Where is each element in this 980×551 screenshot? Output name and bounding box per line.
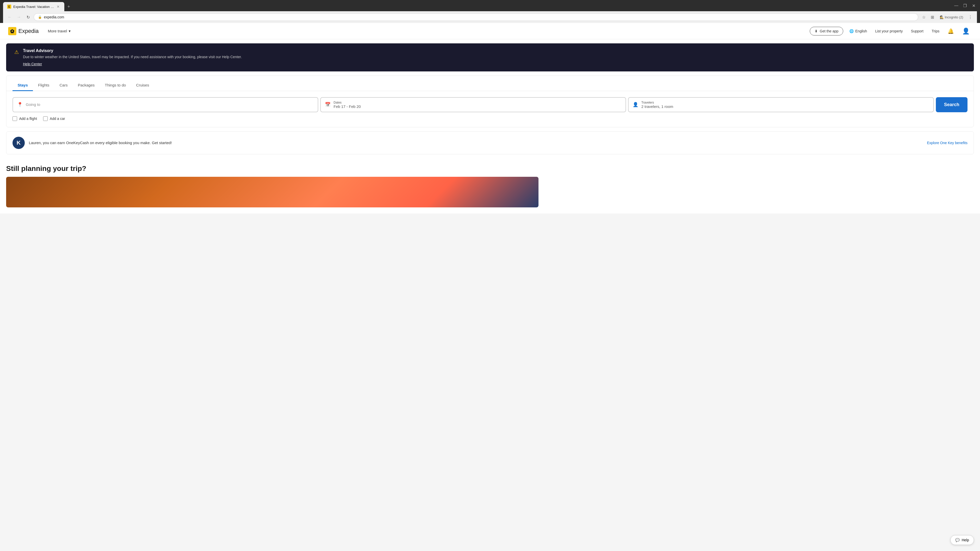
person-icon: 👤 [633,102,638,107]
tab-cars[interactable]: Cars [54,80,73,91]
user-account-button[interactable]: 👤 [960,25,972,37]
search-options: Add a flight Add a car [13,116,967,121]
search-button-label: Search [944,102,959,107]
add-car-option[interactable]: Add a car [43,116,65,121]
page-content: Expedia More travel ▾ ⬇ Get the app 🌐 En… [0,23,980,213]
travelers-value: 2 travelers, 1 room [641,104,673,109]
search-button[interactable]: Search [936,97,967,112]
get-app-label: Get the app [820,29,838,33]
bell-icon: 🔔 [948,28,954,34]
tab-things-to-do[interactable]: Things to do [100,80,131,91]
globe-icon: 🌐 [850,29,854,33]
planning-card[interactable] [6,177,538,207]
logo-text: Expedia [18,28,39,35]
calendar-icon: 📅 [325,102,331,107]
advisory-banner: ⚠ Travel Advisory Due to winter weather … [6,43,974,71]
going-to-input[interactable] [26,102,74,106]
planning-section: Still planning your trip? [0,159,980,213]
tab-close-icon[interactable]: ✕ [56,4,60,9]
site-header: Expedia More travel ▾ ⬇ Get the app 🌐 En… [0,23,980,39]
add-flight-option[interactable]: Add a flight [13,116,37,121]
more-travel-button[interactable]: More travel ▾ [45,27,74,35]
tab-title: Expedia Travel: Vacation Home... [13,5,54,9]
tab-packages[interactable]: Packages [73,80,100,91]
tab-bar: E Expedia Travel: Vacation Home... ✕ + —… [3,2,977,11]
tab-flights-label: Flights [38,83,49,87]
onekey-avatar: K [13,137,25,149]
browser-tab-active[interactable]: E Expedia Travel: Vacation Home... ✕ [3,2,64,11]
advisory-content: Travel Advisory Due to winter weather in… [23,48,242,66]
tab-things-to-do-label: Things to do [105,83,126,87]
more-travel-label: More travel [48,29,67,33]
tab-favicon: E [7,5,11,9]
window-controls: — ❐ ✕ [953,2,977,11]
close-window-button[interactable]: ✕ [970,2,977,9]
support-label: Support [911,29,923,33]
planning-title: Still planning your trip? [6,165,974,173]
bookmark-button[interactable]: ☆ [920,14,928,21]
incognito-icon: 🕵 [940,15,944,19]
travelers-label: Travelers [641,101,673,104]
add-flight-checkbox[interactable] [13,116,17,121]
new-tab-button[interactable]: + [65,3,72,11]
onekey-banner: K Lauren, you can earn OneKeyCash on eve… [6,131,974,154]
travelers-content: Travelers 2 travelers, 1 room [641,101,673,109]
search-inputs: 📍 📅 Dates Feb 17 - Feb 20 👤 [13,97,967,112]
tab-cruises[interactable]: Cruises [131,80,154,91]
add-car-checkbox[interactable] [43,116,48,121]
onekey-benefits-link[interactable]: Explore One Key benefits [927,141,967,145]
incognito-label: Incognito (2) [945,15,963,19]
tab-cruises-label: Cruises [136,83,149,87]
expedia-logo[interactable]: Expedia [8,27,39,35]
tab-stays-label: Stays [18,83,28,87]
tab-stays[interactable]: Stays [13,80,33,91]
planning-card-image [6,177,538,207]
add-flight-label: Add a flight [19,117,37,121]
help-center-link[interactable]: Help Center [23,62,42,66]
reader-mode-button[interactable]: ⊞ [929,14,936,21]
location-icon: 📍 [17,102,23,107]
tab-packages-label: Packages [78,83,95,87]
search-tabs: Stays Flights Cars Packages Things to do… [6,76,974,91]
warning-icon: ⚠ [14,49,19,55]
search-form: 📍 📅 Dates Feb 17 - Feb 20 👤 [6,91,974,127]
dates-value: Feb 17 - Feb 20 [334,104,361,109]
restore-button[interactable]: ❐ [962,2,968,9]
download-icon: ⬇ [815,29,818,33]
dates-label: Dates [334,101,361,104]
advisory-title: Travel Advisory [23,48,242,53]
language-button[interactable]: 🌐 English [847,27,869,35]
trips-button[interactable]: Trips [929,27,942,35]
user-icon: 👤 [962,27,970,35]
search-section: Stays Flights Cars Packages Things to do… [6,76,974,127]
notifications-button[interactable]: 🔔 [945,26,956,36]
going-to-content [26,102,74,107]
support-button[interactable]: Support [909,27,925,35]
list-property-label: List your property [875,29,903,33]
travelers-field[interactable]: 👤 Travelers 2 travelers, 1 room [628,97,934,112]
minimize-button[interactable]: — [953,2,959,9]
add-car-label: Add a car [50,117,65,121]
back-button[interactable]: ← [6,14,13,21]
list-property-button[interactable]: List your property [873,27,905,35]
toolbar-actions: ☆ ⊞ 🕵 Incognito (2) ⋮ [920,14,974,21]
onekey-avatar-letter: K [17,140,21,146]
logo-icon [8,27,16,35]
get-app-button[interactable]: ⬇ Get the app [810,27,843,35]
browser-chrome: E Expedia Travel: Vacation Home... ✕ + —… [0,0,980,23]
header-right: ⬇ Get the app 🌐 English List your proper… [810,25,972,37]
menu-button[interactable]: ⋮ [967,14,974,21]
tab-cars-label: Cars [59,83,68,87]
browser-toolbar: ← → ↻ 🔒 expedia.com ☆ ⊞ 🕵 Incognito (2) … [3,11,977,23]
lock-icon: 🔒 [38,15,42,19]
forward-button[interactable]: → [15,14,22,21]
tab-flights[interactable]: Flights [33,80,54,91]
going-to-field[interactable]: 📍 [13,97,318,112]
language-label: English [855,29,867,33]
chevron-down-icon: ▾ [68,29,71,33]
incognito-button[interactable]: 🕵 Incognito (2) [938,14,965,20]
refresh-button[interactable]: ↻ [24,14,32,21]
dates-field[interactable]: 📅 Dates Feb 17 - Feb 20 [320,97,626,112]
address-bar[interactable]: 🔒 expedia.com [34,13,918,21]
onekey-message: Lauren, you can earn OneKeyCash on every… [29,141,923,145]
